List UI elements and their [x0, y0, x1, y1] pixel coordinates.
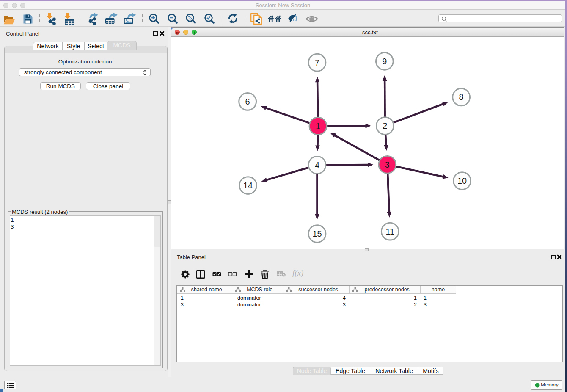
svg-text:2: 2: [383, 121, 387, 130]
svg-text:8: 8: [459, 92, 464, 102]
svg-text:7: 7: [315, 58, 319, 67]
svg-text:6: 6: [245, 97, 250, 106]
svg-text:1: 1: [316, 121, 320, 131]
svg-text:14: 14: [243, 181, 253, 190]
svg-text:11: 11: [385, 227, 394, 236]
svg-text:9: 9: [382, 57, 387, 66]
svg-text:15: 15: [312, 229, 322, 238]
svg-text:3: 3: [385, 160, 390, 169]
svg-text:10: 10: [457, 176, 467, 185]
svg-text:4: 4: [315, 160, 319, 170]
